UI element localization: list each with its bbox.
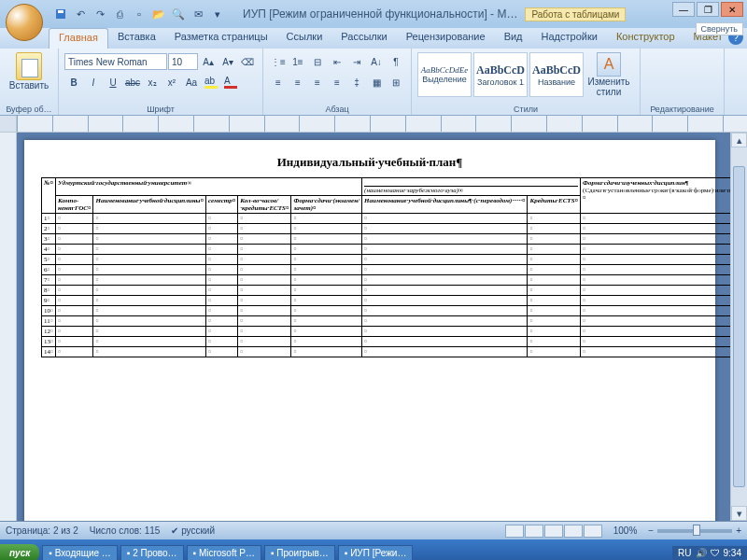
scroll-up-icon[interactable]: ▴ bbox=[731, 133, 747, 147]
qat-preview-icon[interactable]: 🔍 bbox=[170, 6, 187, 22]
style-heading1[interactable]: AaBbCcD Заголовок 1 bbox=[473, 52, 528, 97]
view-outline[interactable] bbox=[564, 525, 583, 538]
tab-home[interactable]: Главная bbox=[49, 28, 108, 49]
table-row[interactable]: 3¤¤¤¤¤¤¤¤¤ bbox=[42, 234, 731, 245]
italic-button[interactable]: I bbox=[84, 73, 103, 91]
qat-save-icon[interactable] bbox=[52, 6, 69, 22]
multilevel-button[interactable]: ⊟ bbox=[308, 52, 327, 71]
table-row[interactable]: 1¤¤¤¤¤¤¤¤¤ bbox=[42, 214, 731, 224]
zoom-in-icon[interactable]: + bbox=[736, 525, 741, 536]
paste-icon[interactable] bbox=[16, 52, 42, 80]
view-full-screen[interactable] bbox=[525, 525, 543, 538]
underline-button[interactable]: U bbox=[104, 73, 122, 91]
align-right-button[interactable]: ≡ bbox=[308, 73, 327, 91]
tray-icon[interactable]: 🛡 bbox=[711, 548, 720, 558]
taskbar-item[interactable]: ▪ ИУП [Режи… bbox=[338, 545, 414, 561]
style-title[interactable]: AaBbCcD Название bbox=[529, 52, 584, 97]
bullets-button[interactable]: ⋮≡ bbox=[269, 52, 288, 71]
shading-button[interactable]: ▦ bbox=[367, 73, 386, 91]
office-button[interactable] bbox=[6, 4, 43, 41]
horizontal-ruler[interactable] bbox=[0, 116, 747, 133]
taskbar-item[interactable]: ▪ Входящие … bbox=[42, 545, 118, 561]
view-draft[interactable] bbox=[584, 525, 602, 538]
zoom-value[interactable]: 100% bbox=[613, 525, 638, 536]
table-row[interactable]: 5¤¤¤¤¤¤¤¤¤ bbox=[42, 255, 731, 265]
font-size-select[interactable]: 10 bbox=[168, 53, 198, 70]
superscript-button[interactable]: x² bbox=[162, 73, 181, 91]
tab-mailings[interactable]: Рассылки bbox=[331, 28, 396, 49]
collapse-ribbon-button[interactable]: Свернуть bbox=[696, 22, 743, 35]
qat-more-icon[interactable]: ▾ bbox=[209, 6, 226, 22]
minimize-button[interactable]: — bbox=[672, 2, 695, 17]
tab-table-design[interactable]: Конструктор bbox=[607, 28, 684, 49]
strike-button[interactable]: abc bbox=[123, 73, 142, 91]
table-row[interactable]: 9¤¤¤¤¤¤¤¤¤ bbox=[42, 296, 731, 306]
curriculum-table[interactable]: №¤Удмуртский·государственный·университет… bbox=[41, 177, 730, 357]
qat-mail-icon[interactable]: ✉ bbox=[190, 6, 206, 22]
taskbar-item[interactable]: ▪ Microsoft P… bbox=[187, 545, 261, 561]
qat-print-icon[interactable]: ⎙ bbox=[111, 6, 128, 22]
taskbar-item[interactable]: ▪ 2 Прово… bbox=[120, 545, 184, 561]
align-center-button[interactable]: ≡ bbox=[289, 73, 307, 91]
table-row[interactable]: 8¤¤¤¤¤¤¤¤¤ bbox=[42, 286, 731, 296]
table-row[interactable]: 2¤¤¤¤¤¤¤¤¤ bbox=[42, 224, 731, 234]
highlight-button[interactable]: ab bbox=[202, 73, 220, 91]
bold-button[interactable]: B bbox=[64, 73, 83, 91]
tab-review[interactable]: Рецензирование bbox=[397, 28, 495, 49]
subscript-button[interactable]: x₂ bbox=[143, 73, 162, 91]
scroll-thumb[interactable] bbox=[733, 166, 745, 487]
qat-redo-icon[interactable]: ↷ bbox=[92, 6, 108, 22]
table-row[interactable]: 4¤¤¤¤¤¤¤¤¤ bbox=[42, 245, 731, 255]
justify-button[interactable]: ≡ bbox=[328, 73, 346, 91]
style-emphasis[interactable]: AaBbCcDdEe Выделение bbox=[417, 52, 472, 97]
font-color-button[interactable]: A bbox=[221, 73, 240, 91]
table-row[interactable]: 12¤¤¤¤¤¤¤¤¤ bbox=[42, 327, 731, 337]
increase-indent-button[interactable]: ⇥ bbox=[347, 52, 366, 71]
tab-insert[interactable]: Вставка bbox=[108, 28, 165, 49]
tab-references[interactable]: Ссылки bbox=[277, 28, 332, 49]
table-row[interactable]: 7¤¤¤¤¤¤¤¤¤ bbox=[42, 275, 731, 286]
table-row[interactable]: 14¤¤¤¤¤¤¤¤¤ bbox=[42, 347, 731, 357]
tray-lang[interactable]: RU bbox=[678, 548, 691, 558]
paste-label[interactable]: Вставить bbox=[9, 80, 49, 91]
status-lang[interactable]: ✔ русский bbox=[171, 525, 215, 536]
font-name-select[interactable]: Times New Roman bbox=[64, 53, 167, 70]
show-marks-button[interactable]: ¶ bbox=[387, 52, 405, 71]
scroll-down-icon[interactable]: ▾ bbox=[731, 506, 747, 521]
view-print-layout[interactable] bbox=[505, 525, 524, 538]
vertical-scrollbar[interactable]: ▴ ▾ bbox=[730, 133, 747, 521]
table-row[interactable]: 10¤¤¤¤¤¤¤¤¤ bbox=[42, 306, 731, 316]
qat-open-icon[interactable]: 📂 bbox=[150, 6, 167, 22]
table-row[interactable]: 11¤¤¤¤¤¤¤¤¤ bbox=[42, 316, 731, 327]
status-page[interactable]: Страница: 2 из 2 bbox=[6, 525, 78, 536]
tab-page-layout[interactable]: Разметка страницы bbox=[165, 28, 277, 49]
align-left-button[interactable]: ≡ bbox=[269, 73, 288, 91]
zoom-out-icon[interactable]: − bbox=[648, 525, 654, 536]
start-button[interactable]: пуск bbox=[0, 544, 39, 561]
qat-undo-icon[interactable]: ↶ bbox=[72, 6, 89, 22]
taskbar-item[interactable]: ▪ Проигрыв… bbox=[264, 545, 335, 561]
numbering-button[interactable]: 1≡ bbox=[289, 52, 307, 71]
change-styles-button[interactable]: A Изменить стили bbox=[584, 50, 634, 97]
vertical-ruler[interactable] bbox=[0, 133, 17, 521]
sort-button[interactable]: A↓ bbox=[367, 52, 386, 71]
grow-font-icon[interactable]: A▴ bbox=[199, 52, 218, 71]
table-row[interactable]: 13¤¤¤¤¤¤¤¤¤ bbox=[42, 337, 731, 347]
tab-view[interactable]: Вид bbox=[495, 28, 532, 49]
close-button[interactable]: ✕ bbox=[721, 2, 743, 17]
tray-icon[interactable]: 🔊 bbox=[696, 548, 707, 558]
document-area[interactable]: Индивидуальный·учебный·план¶ №¤Удмуртски… bbox=[17, 133, 730, 521]
status-words[interactable]: Число слов: 115 bbox=[90, 525, 161, 536]
tab-addins[interactable]: Надстройки bbox=[532, 28, 607, 49]
table-row[interactable]: 6¤¤¤¤¤¤¤¤¤ bbox=[42, 265, 731, 275]
page[interactable]: Индивидуальный·учебный·план¶ №¤Удмуртски… bbox=[24, 140, 715, 521]
change-case-button[interactable]: Aa bbox=[182, 73, 201, 91]
line-spacing-button[interactable]: ‡ bbox=[347, 73, 366, 91]
system-tray[interactable]: RU 🔊 🛡 9:34 bbox=[672, 546, 747, 560]
clear-format-icon[interactable]: ⌫ bbox=[238, 52, 257, 71]
view-web[interactable] bbox=[544, 525, 563, 538]
decrease-indent-button[interactable]: ⇤ bbox=[328, 52, 346, 71]
restore-button[interactable]: ❐ bbox=[697, 2, 719, 17]
zoom-slider[interactable]: − + bbox=[648, 525, 741, 536]
shrink-font-icon[interactable]: A▾ bbox=[218, 52, 237, 71]
